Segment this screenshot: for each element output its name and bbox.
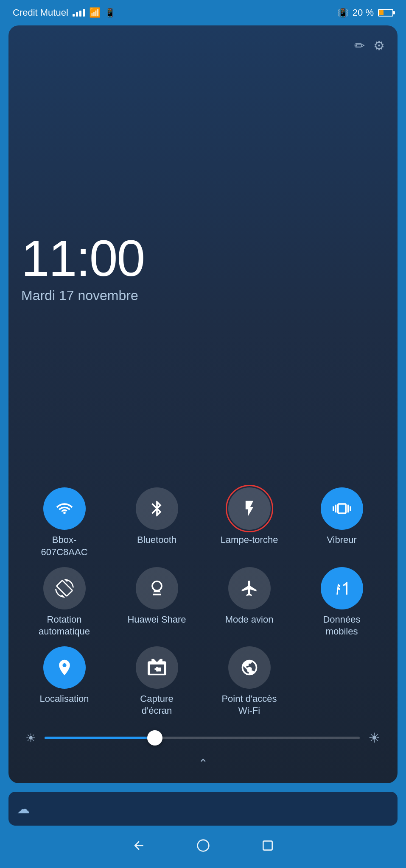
screenshot-icon <box>148 658 166 677</box>
vibrate-icon: 📳 <box>338 8 348 18</box>
hotspot-label: Point d'accèsWi-Fi <box>221 693 277 717</box>
recent-apps-button[interactable] <box>261 839 274 855</box>
status-bar: Credit Mutuel 📶 📱 📳 20 % <box>0 0 406 25</box>
settings-icon[interactable]: ⚙ <box>373 38 385 53</box>
flashlight-button[interactable] <box>228 487 271 530</box>
location-label: Localisation <box>39 693 89 705</box>
vibration-icon <box>333 499 351 518</box>
back-button[interactable] <box>132 839 146 855</box>
hotspot-icon <box>240 658 259 677</box>
qs-item-wifi[interactable]: Bbox-607C8AAC <box>21 487 107 558</box>
bottom-notification-area: ☁ <box>8 792 398 826</box>
brightness-fill <box>45 737 155 739</box>
location-icon <box>55 658 74 677</box>
brightness-row: ☀ ☀ <box>21 730 385 746</box>
huawei-share-button[interactable] <box>136 567 178 609</box>
qs-item-screenshot[interactable]: Captured'écran <box>114 646 200 717</box>
location-button[interactable] <box>43 646 86 689</box>
qs-item-vibration[interactable]: Vibreur <box>299 487 385 558</box>
brightness-high-icon: ☀ <box>368 730 381 746</box>
wifi-status-icon: 📶 <box>89 7 101 18</box>
qs-item-rotation[interactable]: Rotationautomatique <box>21 567 107 638</box>
brightness-track[interactable] <box>45 737 360 739</box>
navigation-bar <box>0 826 406 868</box>
brightness-low-icon: ☀ <box>25 731 36 745</box>
wifi-icon <box>55 499 74 518</box>
qs-item-airplane[interactable]: Mode avion <box>206 567 292 638</box>
mobile-data-button[interactable] <box>321 567 363 609</box>
bluetooth-icon <box>148 499 166 518</box>
svg-rect-1 <box>263 841 272 850</box>
airplane-icon <box>240 579 259 598</box>
wifi-button[interactable] <box>43 487 86 530</box>
battery-percent-label: 20 % <box>353 7 374 18</box>
mobile-data-label: Donnéesmobiles <box>323 614 360 638</box>
cloud-icon: ☁ <box>17 801 30 816</box>
chevron-up-icon[interactable]: ⌃ <box>198 757 208 771</box>
screenshot-label: Captured'écran <box>140 693 173 717</box>
carrier-label: Credit Mutuel <box>13 7 68 18</box>
edit-icon[interactable]: ✏ <box>354 38 365 53</box>
clock-time: 11:00 <box>21 233 385 284</box>
quick-settings-grid: Bbox-607C8AAC Bluetooth Lampe-torche Vib… <box>21 487 385 717</box>
mobile-data-icon <box>333 579 351 598</box>
vibration-label: Vibreur <box>327 534 357 546</box>
qs-item-hotspot[interactable]: Point d'accèsWi-Fi <box>206 646 292 717</box>
brightness-thumb[interactable] <box>147 730 162 746</box>
flashlight-label: Lampe-torche <box>221 534 278 546</box>
huawei-share-label: Huawei Share <box>127 614 186 626</box>
qs-item-flashlight[interactable]: Lampe-torche <box>206 487 292 558</box>
vibration-button[interactable] <box>321 487 363 530</box>
wifi-label: Bbox-607C8AAC <box>41 534 87 558</box>
notification-panel: ✏ ⚙ 11:00 Mardi 17 novembre Bbox-607C8AA… <box>8 25 398 783</box>
bluetooth-button[interactable] <box>136 487 178 530</box>
svg-point-0 <box>197 840 209 851</box>
hotspot-button[interactable] <box>228 646 271 689</box>
qs-item-location[interactable]: Localisation <box>21 646 107 717</box>
signal-icon <box>73 9 85 17</box>
rotation-label: Rotationautomatique <box>39 614 90 638</box>
airplane-label: Mode avion <box>225 614 274 626</box>
rotation-icon <box>55 579 74 598</box>
battery-icon <box>378 9 393 17</box>
panel-bottom: ⌃ <box>21 754 385 771</box>
qs-item-bluetooth[interactable]: Bluetooth <box>114 487 200 558</box>
qs-item-mobile-data[interactable]: Donnéesmobiles <box>299 567 385 638</box>
clock-date: Mardi 17 novembre <box>21 288 385 303</box>
screenshot-button[interactable] <box>136 646 178 689</box>
qs-item-huawei-share[interactable]: Huawei Share <box>114 567 200 638</box>
airplane-button[interactable] <box>228 567 271 609</box>
bluetooth-label: Bluetooth <box>137 534 176 546</box>
flashlight-icon <box>240 499 259 518</box>
rotation-button[interactable] <box>43 567 86 609</box>
wifi-icon-signal: 📱 <box>105 8 115 18</box>
home-button[interactable] <box>196 839 210 855</box>
panel-header: ✏ ⚙ <box>21 38 385 53</box>
huawei-share-icon <box>148 579 166 598</box>
clock-section: 11:00 Mardi 17 novembre <box>21 57 385 487</box>
